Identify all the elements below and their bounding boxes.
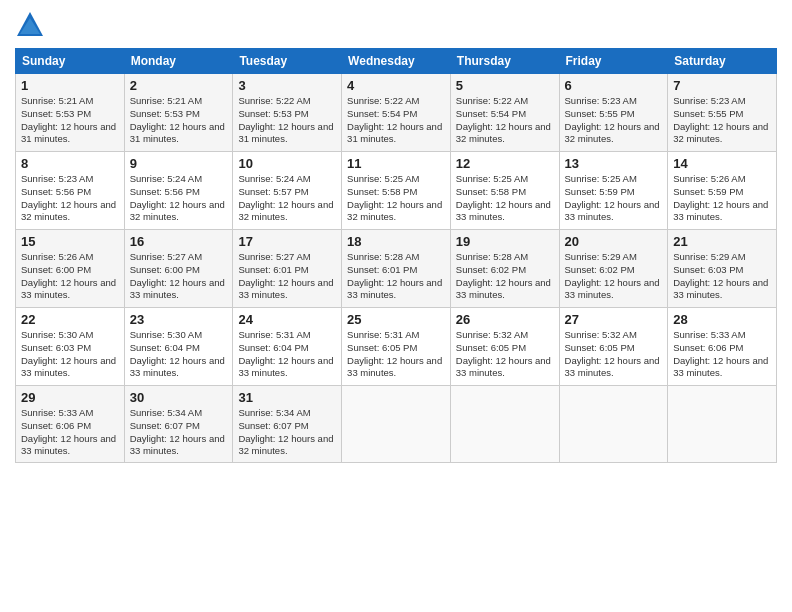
calendar-week-row: 22Sunrise: 5:30 AMSunset: 6:03 PMDayligh… <box>16 308 777 386</box>
day-number: 10 <box>238 156 336 171</box>
day-info: Sunrise: 5:25 AMSunset: 5:59 PMDaylight:… <box>565 173 663 224</box>
calendar-week-row: 8Sunrise: 5:23 AMSunset: 5:56 PMDaylight… <box>16 152 777 230</box>
calendar-day-cell: 31Sunrise: 5:34 AMSunset: 6:07 PMDayligh… <box>233 386 342 463</box>
calendar-day-cell: 24Sunrise: 5:31 AMSunset: 6:04 PMDayligh… <box>233 308 342 386</box>
day-number: 31 <box>238 390 336 405</box>
calendar-day-cell: 30Sunrise: 5:34 AMSunset: 6:07 PMDayligh… <box>124 386 233 463</box>
day-info: Sunrise: 5:25 AMSunset: 5:58 PMDaylight:… <box>347 173 445 224</box>
calendar-day-cell: 27Sunrise: 5:32 AMSunset: 6:05 PMDayligh… <box>559 308 668 386</box>
calendar-day-cell: 26Sunrise: 5:32 AMSunset: 6:05 PMDayligh… <box>450 308 559 386</box>
day-number: 19 <box>456 234 554 249</box>
day-number: 12 <box>456 156 554 171</box>
day-info: Sunrise: 5:24 AMSunset: 5:57 PMDaylight:… <box>238 173 336 224</box>
calendar-day-cell: 17Sunrise: 5:27 AMSunset: 6:01 PMDayligh… <box>233 230 342 308</box>
calendar-day-cell: 2Sunrise: 5:21 AMSunset: 5:53 PMDaylight… <box>124 74 233 152</box>
day-info: Sunrise: 5:26 AMSunset: 6:00 PMDaylight:… <box>21 251 119 302</box>
logo-icon <box>15 10 45 40</box>
calendar-day-cell: 21Sunrise: 5:29 AMSunset: 6:03 PMDayligh… <box>668 230 777 308</box>
day-number: 7 <box>673 78 771 93</box>
day-number: 9 <box>130 156 228 171</box>
day-info: Sunrise: 5:28 AMSunset: 6:01 PMDaylight:… <box>347 251 445 302</box>
calendar-week-row: 15Sunrise: 5:26 AMSunset: 6:00 PMDayligh… <box>16 230 777 308</box>
day-number: 17 <box>238 234 336 249</box>
day-number: 28 <box>673 312 771 327</box>
weekday-header: Tuesday <box>233 49 342 74</box>
calendar-day-cell: 14Sunrise: 5:26 AMSunset: 5:59 PMDayligh… <box>668 152 777 230</box>
day-info: Sunrise: 5:22 AMSunset: 5:54 PMDaylight:… <box>347 95 445 146</box>
calendar-day-cell: 10Sunrise: 5:24 AMSunset: 5:57 PMDayligh… <box>233 152 342 230</box>
calendar-day-cell: 11Sunrise: 5:25 AMSunset: 5:58 PMDayligh… <box>342 152 451 230</box>
day-info: Sunrise: 5:21 AMSunset: 5:53 PMDaylight:… <box>130 95 228 146</box>
day-number: 3 <box>238 78 336 93</box>
day-info: Sunrise: 5:22 AMSunset: 5:54 PMDaylight:… <box>456 95 554 146</box>
day-number: 5 <box>456 78 554 93</box>
calendar-day-cell: 3Sunrise: 5:22 AMSunset: 5:53 PMDaylight… <box>233 74 342 152</box>
day-number: 1 <box>21 78 119 93</box>
calendar-day-cell: 28Sunrise: 5:33 AMSunset: 6:06 PMDayligh… <box>668 308 777 386</box>
main-container: SundayMondayTuesdayWednesdayThursdayFrid… <box>0 0 792 473</box>
day-number: 23 <box>130 312 228 327</box>
calendar-day-cell: 20Sunrise: 5:29 AMSunset: 6:02 PMDayligh… <box>559 230 668 308</box>
calendar-day-cell: 16Sunrise: 5:27 AMSunset: 6:00 PMDayligh… <box>124 230 233 308</box>
calendar-day-cell: 13Sunrise: 5:25 AMSunset: 5:59 PMDayligh… <box>559 152 668 230</box>
day-info: Sunrise: 5:27 AMSunset: 6:00 PMDaylight:… <box>130 251 228 302</box>
day-info: Sunrise: 5:25 AMSunset: 5:58 PMDaylight:… <box>456 173 554 224</box>
day-info: Sunrise: 5:22 AMSunset: 5:53 PMDaylight:… <box>238 95 336 146</box>
logo <box>15 10 49 40</box>
day-info: Sunrise: 5:23 AMSunset: 5:56 PMDaylight:… <box>21 173 119 224</box>
weekday-header: Wednesday <box>342 49 451 74</box>
day-number: 13 <box>565 156 663 171</box>
day-info: Sunrise: 5:32 AMSunset: 6:05 PMDaylight:… <box>456 329 554 380</box>
calendar-day-cell: 9Sunrise: 5:24 AMSunset: 5:56 PMDaylight… <box>124 152 233 230</box>
calendar-day-cell: 6Sunrise: 5:23 AMSunset: 5:55 PMDaylight… <box>559 74 668 152</box>
calendar-week-row: 1Sunrise: 5:21 AMSunset: 5:53 PMDaylight… <box>16 74 777 152</box>
day-info: Sunrise: 5:32 AMSunset: 6:05 PMDaylight:… <box>565 329 663 380</box>
calendar-day-cell <box>342 386 451 463</box>
day-number: 22 <box>21 312 119 327</box>
day-number: 30 <box>130 390 228 405</box>
day-number: 4 <box>347 78 445 93</box>
calendar-day-cell: 7Sunrise: 5:23 AMSunset: 5:55 PMDaylight… <box>668 74 777 152</box>
calendar-table: SundayMondayTuesdayWednesdayThursdayFrid… <box>15 48 777 463</box>
header <box>15 10 777 40</box>
calendar-day-cell: 19Sunrise: 5:28 AMSunset: 6:02 PMDayligh… <box>450 230 559 308</box>
calendar-day-cell: 4Sunrise: 5:22 AMSunset: 5:54 PMDaylight… <box>342 74 451 152</box>
calendar-day-cell <box>559 386 668 463</box>
calendar-day-cell: 22Sunrise: 5:30 AMSunset: 6:03 PMDayligh… <box>16 308 125 386</box>
day-number: 29 <box>21 390 119 405</box>
weekday-header: Monday <box>124 49 233 74</box>
calendar-day-cell: 5Sunrise: 5:22 AMSunset: 5:54 PMDaylight… <box>450 74 559 152</box>
day-info: Sunrise: 5:30 AMSunset: 6:04 PMDaylight:… <box>130 329 228 380</box>
calendar-day-cell: 15Sunrise: 5:26 AMSunset: 6:00 PMDayligh… <box>16 230 125 308</box>
calendar-day-cell: 23Sunrise: 5:30 AMSunset: 6:04 PMDayligh… <box>124 308 233 386</box>
day-info: Sunrise: 5:21 AMSunset: 5:53 PMDaylight:… <box>21 95 119 146</box>
day-info: Sunrise: 5:23 AMSunset: 5:55 PMDaylight:… <box>565 95 663 146</box>
day-info: Sunrise: 5:33 AMSunset: 6:06 PMDaylight:… <box>21 407 119 458</box>
calendar-day-cell: 12Sunrise: 5:25 AMSunset: 5:58 PMDayligh… <box>450 152 559 230</box>
day-number: 16 <box>130 234 228 249</box>
day-number: 21 <box>673 234 771 249</box>
day-info: Sunrise: 5:33 AMSunset: 6:06 PMDaylight:… <box>673 329 771 380</box>
day-info: Sunrise: 5:29 AMSunset: 6:03 PMDaylight:… <box>673 251 771 302</box>
day-info: Sunrise: 5:30 AMSunset: 6:03 PMDaylight:… <box>21 329 119 380</box>
weekday-header: Friday <box>559 49 668 74</box>
weekday-header: Saturday <box>668 49 777 74</box>
day-number: 11 <box>347 156 445 171</box>
day-info: Sunrise: 5:31 AMSunset: 6:04 PMDaylight:… <box>238 329 336 380</box>
day-info: Sunrise: 5:31 AMSunset: 6:05 PMDaylight:… <box>347 329 445 380</box>
weekday-header: Thursday <box>450 49 559 74</box>
day-number: 6 <box>565 78 663 93</box>
day-info: Sunrise: 5:24 AMSunset: 5:56 PMDaylight:… <box>130 173 228 224</box>
day-number: 25 <box>347 312 445 327</box>
calendar-day-cell: 25Sunrise: 5:31 AMSunset: 6:05 PMDayligh… <box>342 308 451 386</box>
day-info: Sunrise: 5:23 AMSunset: 5:55 PMDaylight:… <box>673 95 771 146</box>
day-number: 18 <box>347 234 445 249</box>
day-number: 20 <box>565 234 663 249</box>
calendar-day-cell: 8Sunrise: 5:23 AMSunset: 5:56 PMDaylight… <box>16 152 125 230</box>
calendar-day-cell: 1Sunrise: 5:21 AMSunset: 5:53 PMDaylight… <box>16 74 125 152</box>
weekday-header: Sunday <box>16 49 125 74</box>
calendar-day-cell: 29Sunrise: 5:33 AMSunset: 6:06 PMDayligh… <box>16 386 125 463</box>
day-number: 2 <box>130 78 228 93</box>
day-info: Sunrise: 5:26 AMSunset: 5:59 PMDaylight:… <box>673 173 771 224</box>
day-number: 24 <box>238 312 336 327</box>
